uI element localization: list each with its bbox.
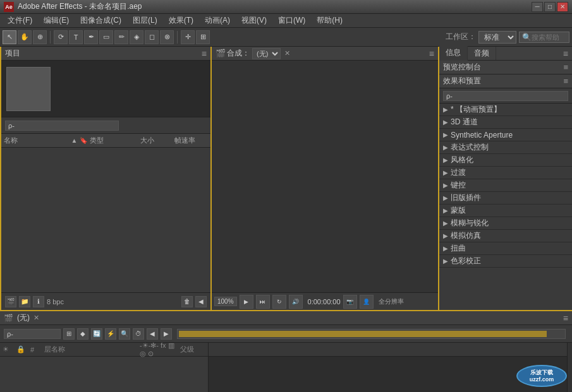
effect-item[interactable]: ▶Synthetic Aperture (439, 129, 572, 141)
timeline-btn-7[interactable]: ◀ (147, 328, 158, 340)
effect-item[interactable]: ▶表达式控制 (439, 141, 572, 154)
help-search-box[interactable]: 🔍 (519, 32, 569, 43)
effect-item[interactable]: ▶扭曲 (439, 242, 572, 255)
timeline-btn-2[interactable]: ◆ (77, 328, 88, 340)
timeline-body: ☀ 🔒 # 层名称 -☀-✻- fx ▥ ◎ ⊙ 父级 (0, 343, 572, 392)
comp-loop-btn[interactable]: ↻ (272, 295, 286, 309)
timeline-scrollbar[interactable] (567, 343, 572, 392)
layer-col-name: 层名称 (44, 345, 137, 354)
prev-btn[interactable]: ◀ (195, 296, 207, 307)
effect-arrow: ▶ (443, 232, 448, 239)
menu-item-动画A[interactable]: 动画(A) (200, 14, 235, 27)
new-comp-btn[interactable]: 🎬 (5, 296, 16, 307)
clone-tool[interactable]: ◈ (130, 30, 143, 44)
comp-play-btn[interactable]: ▶ (240, 295, 253, 309)
rotate-tool[interactable]: ⟳ (54, 30, 68, 44)
effect-item[interactable]: ▶3D 通道 (439, 116, 572, 129)
close-button[interactable]: ✕ (557, 2, 568, 12)
effect-item[interactable]: ▶模拟仿真 (439, 230, 572, 242)
comp-selector[interactable]: (无) (252, 48, 281, 59)
effect-arrow: ▶ (443, 194, 448, 201)
effect-item[interactable]: ▶键控 (439, 179, 572, 192)
project-panel-menu[interactable]: ≡ (202, 49, 207, 59)
timeline-track (209, 343, 567, 392)
timeline-btn-3[interactable]: 🔄 (91, 328, 102, 340)
timeline-btn-8[interactable]: ▶ (161, 328, 172, 340)
effect-item[interactable]: ▶蒙版 (439, 205, 572, 217)
shape-tool[interactable]: ▭ (99, 30, 113, 44)
workspace-select[interactable]: 标准 (478, 31, 516, 44)
timeline-range-bar (179, 331, 547, 337)
effects-search-input[interactable] (443, 91, 568, 101)
info-tab[interactable]: 信息 (439, 46, 468, 61)
comp-panel-menu[interactable]: ≡ (429, 49, 434, 59)
menu-item-视图V[interactable]: 视图(V) (236, 14, 272, 27)
effect-item[interactable]: ▶过渡 (439, 167, 572, 179)
zoom-tool[interactable]: ⊕ (33, 30, 47, 44)
menu-item-图层L[interactable]: 图层(L) (128, 14, 162, 27)
timeline-btn-5[interactable]: 🔍 (119, 328, 130, 340)
sort-icon: ▲ (71, 137, 78, 144)
timeline-layers: ☀ 🔒 # 层名称 -☀-✻- fx ▥ ◎ ⊙ 父级 (0, 343, 209, 392)
menu-item-效果T[interactable]: 效果(T) (164, 14, 198, 27)
zoom-select[interactable]: 100% (214, 297, 237, 306)
effect-item[interactable]: ▶* 【动画预置】 (439, 104, 572, 116)
brush-tool[interactable]: ✏ (114, 30, 128, 44)
menu-item-帮助H[interactable]: 帮助(H) (312, 14, 348, 27)
timeline-btn-4[interactable]: ⚡ (105, 328, 116, 340)
select-tool[interactable]: ↖ (3, 30, 16, 44)
comp-camera-btn[interactable]: 📷 (343, 295, 357, 309)
menu-bar: 文件(F)编辑(E)图像合成(C)图层(L)效果(T)动画(A)视图(V)窗口(… (0, 14, 572, 28)
delete-btn[interactable]: 🗑 (181, 296, 193, 307)
timeline-range (177, 329, 566, 339)
effect-name: 蒙版 (451, 205, 466, 216)
audio-tab[interactable]: 音频 (468, 47, 496, 60)
comp-close-icon[interactable]: ✕ (284, 49, 290, 57)
comp-step-btn[interactable]: ⏭ (256, 295, 270, 309)
text-tool[interactable]: T (69, 30, 83, 44)
track-point[interactable]: ✛ (181, 30, 195, 44)
menu-item-编辑E[interactable]: 编辑(E) (39, 14, 74, 27)
project-search-input[interactable] (5, 121, 119, 131)
eraser-tool[interactable]: ◻ (145, 30, 159, 44)
effect-item[interactable]: ▶旧版插件 (439, 192, 572, 205)
timeline-tab-name[interactable]: (无) (17, 312, 30, 323)
effects-menu[interactable]: ≡ (563, 76, 568, 86)
menu-item-文件F[interactable]: 文件(F) (3, 14, 37, 27)
comp-audio-btn[interactable]: 🔊 (289, 295, 303, 309)
timeline-btn-6[interactable]: ⏱ (133, 328, 144, 340)
timeline-search-input[interactable] (4, 329, 61, 339)
comp-tabs: 🎬 合成： (无) ✕ (216, 48, 290, 59)
effect-name: 旧版插件 (451, 193, 481, 203)
maximize-button[interactable]: □ (544, 2, 556, 12)
full-res-label[interactable]: 全分辨率 (379, 297, 404, 306)
timeline-btn-1[interactable]: ⊞ (63, 328, 75, 340)
layer-col-parent: 父级 (180, 345, 205, 354)
comp-icon: 🎬 (216, 49, 226, 58)
pen-tool[interactable]: ✒ (84, 30, 98, 44)
track-motion[interactable]: ⊞ (196, 30, 210, 44)
minimize-button[interactable]: ─ (532, 2, 543, 12)
effect-arrow: ▶ (443, 245, 448, 252)
comp-person-btn[interactable]: 👤 (360, 295, 374, 309)
preview-ctrl-menu[interactable]: ≡ (563, 62, 568, 72)
effect-arrow: ▶ (443, 106, 448, 113)
hand-tool[interactable]: ✋ (18, 30, 32, 44)
timeline-close-icon[interactable]: ✕ (33, 314, 39, 322)
effect-item[interactable]: ▶模糊与锐化 (439, 217, 572, 230)
timeline-menu[interactable]: ≡ (563, 313, 568, 323)
project-props-btn[interactable]: ℹ (33, 296, 44, 307)
workspace-area: 工作区： 标准 🔍 (446, 31, 569, 44)
pin-tool[interactable]: ⊗ (160, 30, 174, 44)
help-search-input[interactable] (532, 33, 566, 41)
effect-item[interactable]: ▶风格化 (439, 154, 572, 167)
menu-item-窗口W[interactable]: 窗口(W) (273, 14, 310, 27)
project-panel: 项目 ≡ 名称 ▲ 🔖 类型 大小 帧速率 🎬 📁 ℹ 8 bpc 🗑 ◀ (0, 47, 212, 310)
effect-item[interactable]: ▶色彩校正 (439, 255, 572, 268)
timeline-icon: 🎬 (4, 314, 13, 323)
comp-tab[interactable]: 合成： (无) (227, 48, 281, 59)
menu-item-图像合成C[interactable]: 图像合成(C) (75, 14, 126, 27)
new-folder-btn[interactable]: 📁 (19, 296, 30, 307)
workspace-label: 工作区： (446, 32, 476, 42)
info-panel-menu[interactable]: ≡ (563, 49, 568, 59)
